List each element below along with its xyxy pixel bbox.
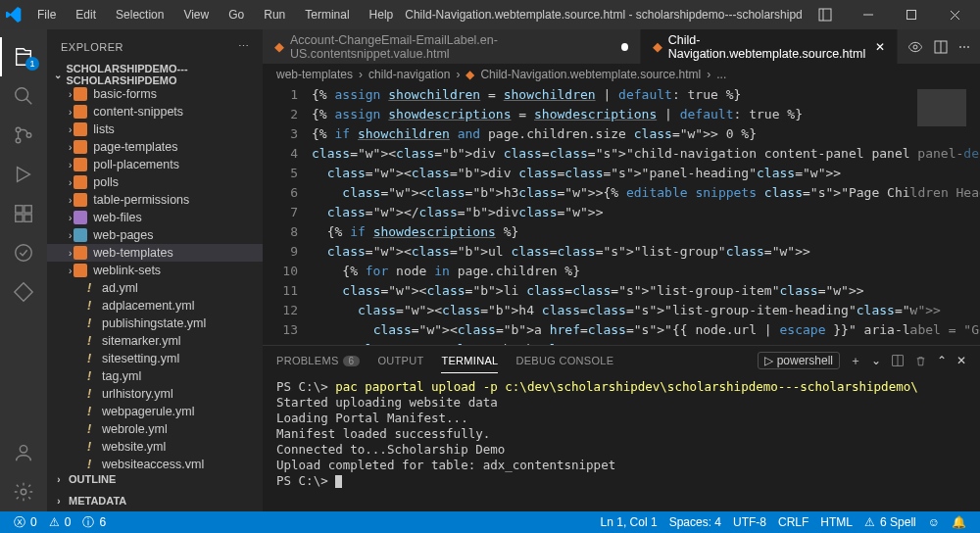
status-lang[interactable]: HTML	[814, 515, 858, 529]
activity-settings[interactable]	[0, 472, 47, 511]
code-content[interactable]: {% assign showchildren = showchildren | …	[312, 85, 980, 345]
chevron-down-icon[interactable]: ⌄	[871, 354, 881, 367]
menu-file[interactable]: File	[29, 4, 64, 25]
tree-file[interactable]: !tag.yml	[47, 367, 263, 385]
minimize-button[interactable]	[849, 0, 888, 29]
close-button[interactable]	[935, 0, 974, 29]
tree-file[interactable]: !webpagerule.yml	[47, 403, 263, 420]
tree-folder[interactable]: ›polls	[47, 173, 263, 191]
yml-icon: !	[82, 422, 96, 436]
panel-tab-output[interactable]: OUTPUT	[377, 349, 423, 372]
tree-folder[interactable]: ›web-templates	[47, 244, 263, 262]
sidebar-metadata[interactable]: ›METADATA	[47, 490, 263, 511]
more-icon[interactable]: ⋯	[238, 40, 250, 53]
sidebar-outline[interactable]: ›OUTLINE	[47, 468, 263, 490]
close-panel-icon[interactable]: ✕	[956, 354, 966, 367]
status-errors[interactable]: ⓧ0	[8, 511, 43, 533]
status-encoding[interactable]: UTF-8	[727, 515, 772, 529]
folder-icon	[74, 105, 87, 119]
tree-folder[interactable]: ›lists	[47, 121, 263, 138]
tree-file[interactable]: !ad.yml	[47, 279, 263, 297]
tree-file[interactable]: !adplacement.yml	[47, 297, 263, 315]
svg-point-8	[16, 127, 21, 132]
chevron-right-icon: ›	[51, 474, 67, 485]
tree-file[interactable]: !urlhistory.yml	[47, 385, 263, 403]
sidebar-project[interactable]: ⌄ SCHOLARSHIPDEMO---SCHOLARSHIPDEMO	[47, 64, 263, 85]
tree-file[interactable]: !webrole.yml	[47, 420, 263, 438]
minimap[interactable]	[911, 85, 980, 345]
tree-folder[interactable]: ›page-templates	[47, 138, 263, 156]
status-spaces[interactable]: Spaces: 4	[663, 515, 727, 529]
maximize-panel-icon[interactable]: ⌃	[937, 354, 947, 367]
menu-view[interactable]: View	[175, 4, 217, 25]
panel: PROBLEMS6 OUTPUT TERMINAL DEBUG CONSOLE …	[263, 345, 980, 511]
svg-rect-0	[819, 9, 831, 21]
terminal-shell-picker[interactable]: ▷powershell	[758, 352, 840, 369]
panel-tab-debug[interactable]: DEBUG CONSOLE	[515, 349, 613, 372]
status-feedback[interactable]: ☺	[922, 515, 946, 529]
chevron-right-icon: ›	[69, 266, 72, 276]
maximize-button[interactable]	[892, 0, 931, 29]
status-info[interactable]: ⓘ6	[76, 511, 112, 533]
tree-file[interactable]: !websiteaccess.yml	[47, 456, 263, 468]
menu-help[interactable]: Help	[362, 4, 402, 25]
svg-line-7	[26, 99, 32, 105]
title-bar: File Edit Selection View Go Run Terminal…	[0, 0, 980, 29]
split-terminal-icon[interactable]	[891, 354, 905, 367]
bell-icon: 🔔	[952, 515, 966, 529]
code-editor[interactable]: 123456789101112131415161718 {% assign sh…	[263, 85, 980, 345]
preview-icon[interactable]	[907, 39, 923, 55]
tab-active[interactable]: ◆ Child-Navigation.webtemplate.source.ht…	[641, 29, 898, 64]
status-lncol[interactable]: Ln 1, Col 1	[595, 515, 663, 529]
activity-account[interactable]	[0, 433, 47, 472]
tab-inactive[interactable]: ◆ Account-ChangeEmail-EmailLabel.en-US.c…	[263, 29, 641, 64]
menu-go[interactable]: Go	[220, 4, 252, 25]
layout-icon[interactable]	[806, 0, 845, 29]
tree-folder[interactable]: ›poll-placements	[47, 156, 263, 173]
error-icon: ⓧ	[14, 514, 25, 531]
status-warnings[interactable]: ⚠0	[43, 511, 77, 533]
terminal-output[interactable]: PS C:\> pac paportal upload -p c:\dev\sc…	[263, 375, 980, 511]
tree-folder[interactable]: ›web-pages	[47, 226, 263, 244]
more-icon[interactable]: ⋯	[958, 40, 970, 54]
new-terminal-icon[interactable]: ＋	[850, 353, 861, 369]
folder-icon	[74, 264, 87, 277]
tree-file[interactable]: !website.yml	[47, 438, 263, 456]
close-tab-icon[interactable]: ✕	[875, 40, 885, 54]
tree-file[interactable]: !publishingstate.yml	[47, 315, 263, 332]
svg-rect-13	[16, 215, 23, 221]
menu-terminal[interactable]: Terminal	[297, 4, 357, 25]
activity-search[interactable]	[0, 76, 47, 116]
activity-extensions[interactable]	[0, 194, 47, 233]
activity-run[interactable]	[0, 155, 47, 194]
folder-icon	[74, 211, 87, 224]
chevron-right-icon: ›	[69, 248, 72, 259]
chevron-right-icon: ›	[69, 160, 72, 170]
menu-run[interactable]: Run	[256, 4, 293, 25]
split-icon[interactable]	[933, 39, 949, 55]
tree-folder[interactable]: ›web-files	[47, 209, 263, 226]
activity-source-control[interactable]	[0, 116, 47, 155]
tree-folder[interactable]: ›table-permissions	[47, 191, 263, 209]
tree-folder[interactable]: ›content-snippets	[47, 103, 263, 121]
file-tree[interactable]: ›basic-forms›content-snippets›lists›page…	[47, 85, 263, 468]
activity-explorer[interactable]: 1	[0, 37, 47, 76]
menu-selection[interactable]: Selection	[108, 4, 172, 25]
tree-folder[interactable]: ›weblink-sets	[47, 262, 263, 279]
tree-folder[interactable]: ›basic-forms	[47, 85, 263, 103]
status-spell[interactable]: ⚠6 Spell	[858, 515, 922, 529]
activity-powerplatform[interactable]	[0, 272, 47, 312]
panel-tab-problems[interactable]: PROBLEMS6	[276, 349, 360, 372]
status-eol[interactable]: CRLF	[772, 515, 814, 529]
activity-test[interactable]	[0, 233, 47, 272]
kill-terminal-icon[interactable]	[914, 355, 927, 367]
menu-edit[interactable]: Edit	[68, 4, 104, 25]
breadcrumb[interactable]: web-templates› child-navigation› ◆Child-…	[263, 64, 980, 85]
yml-icon: !	[82, 299, 96, 313]
status-bell[interactable]: 🔔	[946, 515, 972, 529]
panel-tab-terminal[interactable]: TERMINAL	[441, 349, 498, 373]
tree-file[interactable]: !sitemarker.yml	[47, 332, 263, 350]
tree-file[interactable]: !sitesetting.yml	[47, 350, 263, 367]
yml-icon: !	[82, 440, 96, 454]
feedback-icon: ☺	[928, 515, 940, 529]
